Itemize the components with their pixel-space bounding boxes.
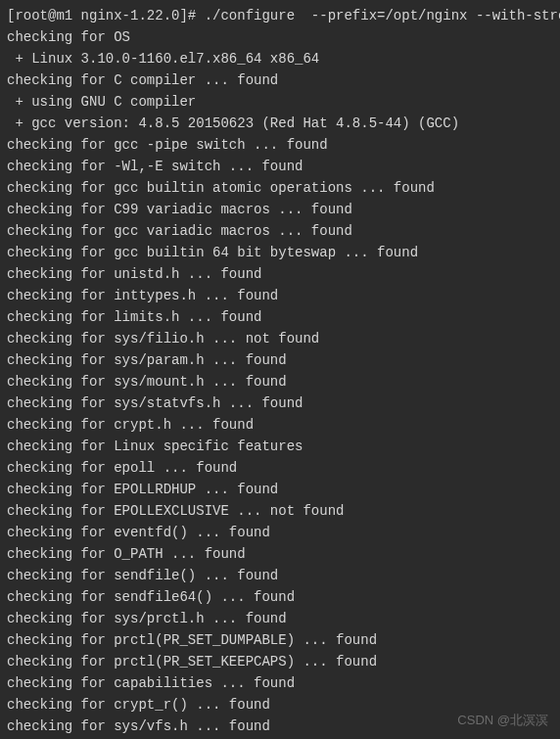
terminal-line: checking for sys/param.h ... found xyxy=(7,349,553,371)
terminal-line: checking for capabilities ... found xyxy=(7,672,553,694)
terminal-line: checking for EPOLLEXCLUSIVE ... not foun… xyxy=(7,500,553,522)
terminal-line: checking for OS xyxy=(7,26,553,48)
terminal-line: + Linux 3.10.0-1160.el7.x86_64 x86_64 xyxy=(7,48,553,69)
terminal-line: checking for eventfd() ... found xyxy=(7,522,553,543)
terminal-line: checking for sys/filio.h ... not found xyxy=(7,328,553,349)
terminal-line: checking for sys/prctl.h ... found xyxy=(7,608,553,629)
terminal-line: checking for O_PATH ... found xyxy=(7,543,553,565)
terminal-line: checking for gcc variadic macros ... fou… xyxy=(7,220,553,242)
terminal-output: [root@m1 nginx-1.22.0]# ./configure --pr… xyxy=(7,5,553,737)
terminal-line: checking for sys/statvfs.h ... found xyxy=(7,393,553,414)
terminal-line: checking for -Wl,-E switch ... found xyxy=(7,156,553,177)
terminal-line: checking for C99 variadic macros ... fou… xyxy=(7,199,553,220)
terminal-line: checking for limits.h ... found xyxy=(7,306,553,328)
terminal-line: checking for epoll ... found xyxy=(7,457,553,479)
terminal-line: checking for prctl(PR_SET_DUMPABLE) ... … xyxy=(7,629,553,651)
terminal-line: checking for crypt.h ... found xyxy=(7,414,553,436)
terminal-line: checking for unistd.h ... found xyxy=(7,263,553,285)
terminal-line: checking for C compiler ... found xyxy=(7,69,553,91)
watermark-text: CSDN @北溟溟 xyxy=(457,710,548,731)
terminal-line: checking for inttypes.h ... found xyxy=(7,285,553,306)
terminal-line: checking for sys/mount.h ... found xyxy=(7,371,553,393)
terminal-line: checking for EPOLLRDHUP ... found xyxy=(7,479,553,500)
terminal-line: checking for gcc builtin 64 bit byteswap… xyxy=(7,242,553,263)
terminal-line: + gcc version: 4.8.5 20150623 (Red Hat 4… xyxy=(7,113,553,134)
terminal-line: checking for gcc builtin atomic operatio… xyxy=(7,177,553,199)
terminal-line: checking for sendfile() ... found xyxy=(7,565,553,586)
terminal-line: checking for sendfile64() ... found xyxy=(7,586,553,608)
terminal-line: [root@m1 nginx-1.22.0]# ./configure --pr… xyxy=(7,5,553,26)
terminal-line: + using GNU C compiler xyxy=(7,91,553,113)
terminal-line: checking for prctl(PR_SET_KEEPCAPS) ... … xyxy=(7,651,553,672)
terminal-line: checking for Linux specific features xyxy=(7,436,553,457)
terminal-line: checking for gcc -pipe switch ... found xyxy=(7,134,553,156)
